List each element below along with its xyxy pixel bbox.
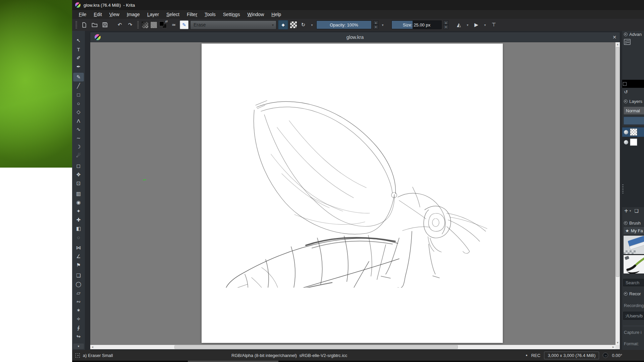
- canvas-page[interactable]: [202, 44, 503, 343]
- swap-colors-icon[interactable]: ⇄: [165, 20, 168, 23]
- foreground-background-color-widget[interactable]: ⇄: [159, 20, 168, 29]
- layer-thumbnail[interactable]: [630, 128, 637, 136]
- layer-row-paint[interactable]: [622, 127, 644, 137]
- recording-path-input[interactable]: [623, 312, 644, 320]
- pattern-chooser-button[interactable]: [150, 21, 157, 28]
- tool-freehand-selection[interactable]: ∾: [72, 297, 85, 306]
- current-color-swatch[interactable]: [623, 82, 627, 86]
- wrap-around-mode-button[interactable]: ≃: [169, 20, 178, 29]
- scroll-down-arrow[interactable]: ▼: [615, 341, 620, 345]
- color-shade-strip[interactable]: [622, 80, 644, 88]
- chevron-down-icon[interactable]: ▾: [465, 20, 470, 29]
- menu-settings[interactable]: Settings: [219, 10, 244, 19]
- tool-similar-color-selection[interactable]: ✧: [72, 315, 85, 323]
- toolbar-grip[interactable]: [75, 21, 77, 28]
- canvas-rotation-icon[interactable]: [603, 353, 608, 358]
- spin-up-button[interactable]: [373, 20, 378, 25]
- scroll-left-arrow[interactable]: ◄: [90, 345, 95, 349]
- tool-dynamic-brush[interactable]: ☽: [72, 142, 85, 151]
- tool-polygon[interactable]: ◇: [72, 108, 85, 116]
- brush-preset-combo[interactable]: Erase ▾: [190, 20, 276, 29]
- layer-visibility-icon[interactable]: [624, 140, 628, 144]
- mirror-horizontal-button[interactable]: ◭: [454, 20, 463, 29]
- tool-rectangular-selection[interactable]: ❏: [72, 271, 85, 280]
- color-selector-settings-icon[interactable]: [624, 39, 631, 45]
- tool-measure[interactable]: ∠: [72, 252, 85, 261]
- menu-file[interactable]: File: [75, 10, 90, 19]
- foreground-color-swatch[interactable]: [159, 21, 164, 26]
- tool-ellipse[interactable]: ○: [72, 99, 85, 108]
- brush-presets-docker-header[interactable]: Brush: [622, 220, 644, 226]
- mirror-vertical-button[interactable]: ▶: [472, 20, 481, 29]
- redo-button[interactable]: ↷: [126, 20, 135, 29]
- menu-view[interactable]: View: [106, 10, 123, 19]
- blend-mode-dropdown[interactable]: Normal: [624, 107, 644, 115]
- tool-transform[interactable]: ◻: [72, 162, 85, 170]
- tool-edit-shapes[interactable]: ✐: [72, 54, 85, 62]
- tool-colorize-mask[interactable]: ✦: [72, 207, 85, 216]
- menu-edit[interactable]: Edit: [90, 10, 106, 19]
- tool-contiguous-selection[interactable]: ✶: [72, 306, 85, 315]
- menu-help[interactable]: Help: [268, 10, 285, 19]
- tool-assistants[interactable]: ⋈: [72, 243, 85, 252]
- tool-crop[interactable]: ⊡: [72, 179, 85, 188]
- menu-tools[interactable]: Tools: [201, 10, 219, 19]
- save-button[interactable]: [101, 20, 109, 29]
- spin-up-button[interactable]: [443, 20, 448, 25]
- menu-layer[interactable]: Layer: [144, 10, 163, 19]
- close-icon[interactable]: ✕: [612, 32, 616, 42]
- spin-down-button[interactable]: [443, 25, 448, 29]
- docker-lock-icon[interactable]: [624, 33, 628, 36]
- tool-bezier-curve[interactable]: ∿: [72, 125, 85, 134]
- brush-search-input[interactable]: [623, 279, 644, 286]
- chevron-down-icon[interactable]: ▾: [630, 209, 631, 213]
- brush-size-slider[interactable]: Size: 25.00 px: [391, 20, 442, 29]
- open-document-button[interactable]: [90, 20, 99, 29]
- selection-indicator-icon[interactable]: [75, 353, 80, 358]
- brush-tag-dropdown[interactable]: ★ My Fa: [623, 227, 644, 235]
- layer-row-background[interactable]: [622, 137, 644, 147]
- image-size-button[interactable]: 3,000 x 3,000 (76.4 MiB): [544, 352, 599, 359]
- layer-opacity-slider[interactable]: [624, 117, 644, 125]
- panel-splitter-handle[interactable]: [622, 184, 624, 194]
- chevron-down-icon[interactable]: ▾: [482, 20, 488, 29]
- tool-polygonal-selection[interactable]: ▱: [72, 289, 85, 297]
- tool-magnetic-selection[interactable]: ↬: [72, 332, 85, 341]
- tool-calligraphy[interactable]: ✒: [72, 62, 85, 71]
- docker-lock-icon[interactable]: [624, 100, 628, 103]
- add-layer-button[interactable]: +: [624, 207, 628, 214]
- chevron-down-icon[interactable]: ▾: [309, 20, 315, 29]
- menu-select[interactable]: Select: [163, 10, 183, 19]
- tool-move[interactable]: ✥: [72, 170, 85, 179]
- new-document-button[interactable]: [80, 20, 89, 29]
- layer-visibility-icon[interactable]: [624, 130, 628, 134]
- chevron-down-icon[interactable]: ▾: [380, 20, 385, 29]
- preserve-alpha-toggle[interactable]: [290, 21, 297, 28]
- tool-line[interactable]: ╱: [72, 81, 85, 90]
- brush-preset-button[interactable]: ✎: [180, 20, 189, 29]
- opacity-slider[interactable]: Opacity: 100%: [316, 20, 372, 29]
- subwindow-titlebar[interactable]: glow.kra ✕: [90, 32, 620, 42]
- menu-filter[interactable]: Filter: [183, 10, 201, 19]
- tool-multibrush[interactable]: ☄: [72, 151, 85, 160]
- docker-lock-icon[interactable]: [624, 292, 628, 296]
- vertical-scrollbar[interactable]: ▲ ▼: [615, 42, 620, 345]
- tool-gradient[interactable]: ▥: [72, 189, 85, 198]
- spin-down-button[interactable]: [373, 25, 378, 29]
- tool-reference-images[interactable]: ⚑: [72, 261, 85, 269]
- layer-thumbnail[interactable]: [630, 138, 637, 146]
- eraser-mode-toggle[interactable]: ◆: [278, 20, 288, 29]
- tool-elliptical-selection[interactable]: ◯: [72, 280, 85, 289]
- undo-button[interactable]: ↶: [115, 20, 124, 29]
- tool-freehand-brush[interactable]: ✎: [73, 73, 84, 81]
- menu-window[interactable]: Window: [244, 10, 268, 19]
- refresh-icon[interactable]: ↺: [624, 89, 628, 95]
- tool-rectangle[interactable]: □: [72, 90, 85, 99]
- window-titlebar[interactable]: glow.kra (76.4 MiB) - Krita: [72, 0, 644, 10]
- scroll-right-arrow[interactable]: ►: [611, 345, 615, 349]
- horizontal-scrollbar-thumb[interactable]: [174, 345, 458, 349]
- tool-polyline[interactable]: Λ: [72, 116, 85, 125]
- tool-fill[interactable]: ◧: [72, 224, 85, 233]
- canvas-area[interactable]: [90, 42, 615, 345]
- tool-freehand-path[interactable]: ∼: [72, 134, 85, 142]
